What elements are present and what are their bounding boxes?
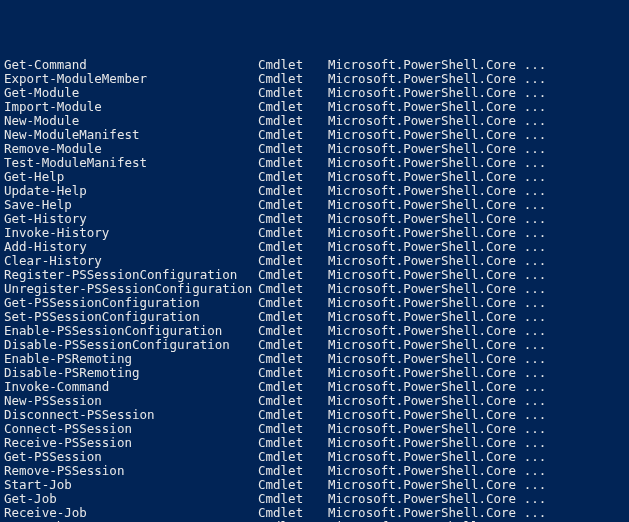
command-row: New-PSSessionCmdletMicrosoft.PowerShell.… xyxy=(4,394,625,408)
command-row: Disable-PSRemotingCmdletMicrosoft.PowerS… xyxy=(4,366,625,380)
command-source: Microsoft.PowerShell.Core ... xyxy=(328,436,625,450)
command-row: Unregister-PSSessionConfigurationCmdletM… xyxy=(4,282,625,296)
command-name: Invoke-Command xyxy=(4,380,258,394)
command-name: Enable-PSRemoting xyxy=(4,352,258,366)
command-source: Microsoft.PowerShell.Core ... xyxy=(328,352,625,366)
command-name: New-Module xyxy=(4,114,258,128)
command-row: Receive-PSSessionCmdletMicrosoft.PowerSh… xyxy=(4,436,625,450)
command-source: Microsoft.PowerShell.Core ... xyxy=(328,324,625,338)
command-source: Microsoft.PowerShell.Core ... xyxy=(328,58,625,72)
command-type: Cmdlet xyxy=(258,338,328,352)
command-row: Invoke-CommandCmdletMicrosoft.PowerShell… xyxy=(4,380,625,394)
command-row: Add-HistoryCmdletMicrosoft.PowerShell.Co… xyxy=(4,240,625,254)
command-row: Disable-PSSessionConfigurationCmdletMicr… xyxy=(4,338,625,352)
command-source: Microsoft.PowerShell.Core ... xyxy=(328,212,625,226)
command-source: Microsoft.PowerShell.Core ... xyxy=(328,506,625,520)
command-source: Microsoft.PowerShell.Core ... xyxy=(328,464,625,478)
command-source: Microsoft.PowerShell.Core ... xyxy=(328,86,625,100)
command-type: Cmdlet xyxy=(258,128,328,142)
command-type: Cmdlet xyxy=(258,380,328,394)
command-source: Microsoft.PowerShell.Core ... xyxy=(328,366,625,380)
command-source: Microsoft.PowerShell.Core ... xyxy=(328,296,625,310)
command-name: Get-Help xyxy=(4,170,258,184)
command-name: New-ModuleManifest xyxy=(4,128,258,142)
command-name: Disable-PSSessionConfiguration xyxy=(4,338,258,352)
command-name: Get-Module xyxy=(4,86,258,100)
command-source: Microsoft.PowerShell.Core ... xyxy=(328,128,625,142)
command-source: Microsoft.PowerShell.Core ... xyxy=(328,142,625,156)
command-type: Cmdlet xyxy=(258,464,328,478)
command-name: New-PSSession xyxy=(4,394,258,408)
command-name: Get-PSSessionConfiguration xyxy=(4,296,258,310)
command-source: Microsoft.PowerShell.Core ... xyxy=(328,100,625,114)
command-row: Save-HelpCmdletMicrosoft.PowerShell.Core… xyxy=(4,198,625,212)
command-name: Receive-Job xyxy=(4,506,258,520)
command-type: Cmdlet xyxy=(258,212,328,226)
command-type: Cmdlet xyxy=(258,492,328,506)
command-name: Add-History xyxy=(4,240,258,254)
command-type: Cmdlet xyxy=(258,436,328,450)
command-name: Remove-Module xyxy=(4,142,258,156)
command-type: Cmdlet xyxy=(258,226,328,240)
command-name: Connect-PSSession xyxy=(4,422,258,436)
command-name: Get-History xyxy=(4,212,258,226)
command-name: Get-Job xyxy=(4,492,258,506)
command-name: Disconnect-PSSession xyxy=(4,408,258,422)
command-type: Cmdlet xyxy=(258,450,328,464)
command-source: Microsoft.PowerShell.Core ... xyxy=(328,380,625,394)
command-row: Get-HelpCmdletMicrosoft.PowerShell.Core … xyxy=(4,170,625,184)
command-type: Cmdlet xyxy=(258,72,328,86)
command-source: Microsoft.PowerShell.Core ... xyxy=(328,338,625,352)
command-name: Get-PSSession xyxy=(4,450,258,464)
command-type: Cmdlet xyxy=(258,86,328,100)
command-row: New-ModuleManifestCmdletMicrosoft.PowerS… xyxy=(4,128,625,142)
command-name: Update-Help xyxy=(4,184,258,198)
command-row: Import-ModuleCmdletMicrosoft.PowerShell.… xyxy=(4,100,625,114)
command-row: Get-JobCmdletMicrosoft.PowerShell.Core .… xyxy=(4,492,625,506)
command-type: Cmdlet xyxy=(258,198,328,212)
command-source: Microsoft.PowerShell.Core ... xyxy=(328,492,625,506)
command-source: Microsoft.PowerShell.Core ... xyxy=(328,422,625,436)
command-source: Microsoft.PowerShell.Core ... xyxy=(328,310,625,324)
command-name: Receive-PSSession xyxy=(4,436,258,450)
command-type: Cmdlet xyxy=(258,170,328,184)
command-name: Start-Job xyxy=(4,478,258,492)
command-row: Register-PSSessionConfigurationCmdletMic… xyxy=(4,268,625,282)
command-type: Cmdlet xyxy=(258,100,328,114)
command-name: Import-Module xyxy=(4,100,258,114)
command-type: Cmdlet xyxy=(258,156,328,170)
command-row: Remove-ModuleCmdletMicrosoft.PowerShell.… xyxy=(4,142,625,156)
command-row: Enable-PSRemotingCmdletMicrosoft.PowerSh… xyxy=(4,352,625,366)
command-source: Microsoft.PowerShell.Core ... xyxy=(328,478,625,492)
command-source: Microsoft.PowerShell.Core ... xyxy=(328,170,625,184)
command-name: Test-ModuleManifest xyxy=(4,156,258,170)
command-type: Cmdlet xyxy=(258,422,328,436)
command-name: Enable-PSSessionConfiguration xyxy=(4,324,258,338)
command-type: Cmdlet xyxy=(258,310,328,324)
command-row: Receive-JobCmdletMicrosoft.PowerShell.Co… xyxy=(4,506,625,520)
command-row: Get-HistoryCmdletMicrosoft.PowerShell.Co… xyxy=(4,212,625,226)
command-row: Enable-PSSessionConfigurationCmdletMicro… xyxy=(4,324,625,338)
command-name: Set-PSSessionConfiguration xyxy=(4,310,258,324)
command-name: Save-Help xyxy=(4,198,258,212)
command-row: Clear-HistoryCmdletMicrosoft.PowerShell.… xyxy=(4,254,625,268)
command-source: Microsoft.PowerShell.Core ... xyxy=(328,156,625,170)
command-row: Invoke-HistoryCmdletMicrosoft.PowerShell… xyxy=(4,226,625,240)
command-source: Microsoft.PowerShell.Core ... xyxy=(328,408,625,422)
command-type: Cmdlet xyxy=(258,296,328,310)
command-name: Remove-PSSession xyxy=(4,464,258,478)
command-source: Microsoft.PowerShell.Core ... xyxy=(328,268,625,282)
command-name: Register-PSSessionConfiguration xyxy=(4,268,258,282)
command-source: Microsoft.PowerShell.Core ... xyxy=(328,282,625,296)
command-source: Microsoft.PowerShell.Core ... xyxy=(328,254,625,268)
command-row: Set-PSSessionConfigurationCmdletMicrosof… xyxy=(4,310,625,324)
command-type: Cmdlet xyxy=(258,324,328,338)
command-type: Cmdlet xyxy=(258,240,328,254)
command-row: Get-PSSessionConfigurationCmdletMicrosof… xyxy=(4,296,625,310)
command-row: Remove-PSSessionCmdletMicrosoft.PowerShe… xyxy=(4,464,625,478)
command-row: Disconnect-PSSessionCmdletMicrosoft.Powe… xyxy=(4,408,625,422)
command-type: Cmdlet xyxy=(258,142,328,156)
command-type: Cmdlet xyxy=(258,478,328,492)
command-name: Export-ModuleMember xyxy=(4,72,258,86)
command-source: Microsoft.PowerShell.Core ... xyxy=(328,226,625,240)
